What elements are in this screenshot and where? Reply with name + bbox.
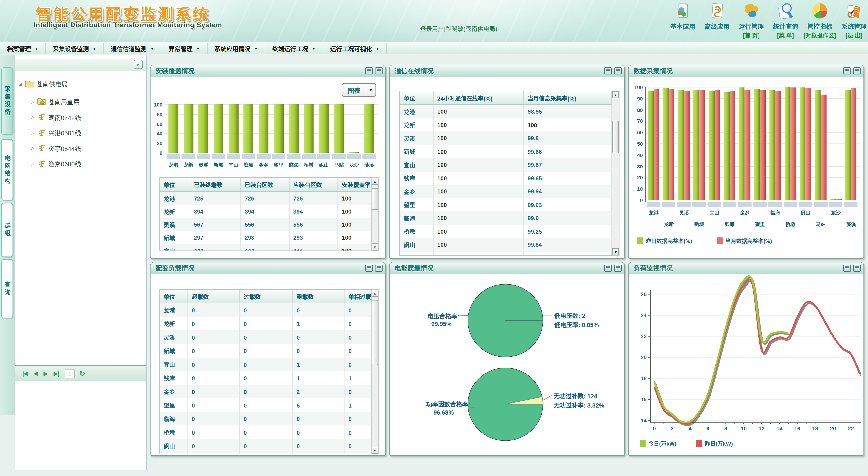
popup-window-icon[interactable] bbox=[853, 67, 861, 74]
stat-query-icon bbox=[776, 2, 795, 21]
advanced-app-icon bbox=[708, 2, 726, 21]
panel-title: 负荷监视情况 bbox=[629, 262, 864, 275]
tree-expander-icon[interactable]: ▷ bbox=[30, 99, 35, 104]
table-row: 新城0000 bbox=[160, 344, 371, 357]
svg-text:22: 22 bbox=[848, 425, 854, 432]
app-shortcut[interactable]: 运行管理[首 页] bbox=[734, 2, 768, 39]
refresh-icon[interactable]: ↻ bbox=[79, 370, 85, 378]
tree-pagination: |◀ ◀ ▶ ▶| 1 ↻ bbox=[15, 365, 146, 381]
app-sub-link[interactable]: [对象操作区] bbox=[804, 31, 836, 39]
vertical-scrollbar[interactable]: ▲▼ bbox=[612, 91, 619, 255]
tree-item[interactable]: ▷苍南局直属 bbox=[30, 95, 80, 108]
menu-item[interactable]: 档案管理▼ bbox=[0, 43, 46, 54]
app-shortcut[interactable]: 管控指标[对象操作区] bbox=[803, 2, 837, 39]
tree-item[interactable]: ◢苍南供电局 bbox=[18, 77, 68, 90]
restore-window-icon[interactable] bbox=[365, 265, 373, 272]
sidebar-tab-3[interactable]: 群组 bbox=[1, 203, 13, 257]
restore-window-icon[interactable] bbox=[604, 265, 612, 272]
restore-window-icon[interactable] bbox=[843, 265, 851, 272]
popup-window-icon[interactable] bbox=[614, 265, 622, 272]
collapse-sidebar-button[interactable]: « bbox=[134, 60, 143, 69]
svg-text:12: 12 bbox=[758, 425, 765, 432]
legend-item: 当月数据完整率(%) bbox=[717, 236, 772, 245]
popup-window-icon[interactable] bbox=[375, 67, 382, 74]
app-sub-link[interactable]: [菜 单] bbox=[777, 31, 794, 39]
sidebar-tab-1[interactable]: 采集设备 bbox=[1, 67, 13, 135]
first-page-button[interactable]: |◀ bbox=[22, 370, 28, 377]
tree-item[interactable]: ▷兴港0501线 bbox=[30, 126, 81, 139]
bar-龙港-0 bbox=[168, 104, 178, 153]
restore-window-icon[interactable] bbox=[365, 67, 373, 74]
tree-item[interactable]: ▷观南0742线 bbox=[30, 111, 81, 124]
menu-item[interactable]: 系统应用情况▼ bbox=[208, 43, 265, 54]
bar-宜山-0 bbox=[709, 91, 714, 200]
comm-online-table: 单位24小时通信在线率(%)当月信息采集率(%)龙港10098.95龙新1001… bbox=[399, 91, 619, 256]
table-row: 临海0000 bbox=[160, 412, 371, 425]
last-page-button[interactable]: ▶| bbox=[54, 370, 59, 377]
svg-text:16: 16 bbox=[794, 425, 800, 432]
app-label[interactable]: 基本应用 bbox=[671, 22, 695, 30]
app-shortcut[interactable]: 系统管理[退 出] bbox=[837, 2, 868, 39]
column-header: 应装台区数 bbox=[289, 178, 338, 191]
tree-item[interactable]: ▷渔寮0600线 bbox=[30, 157, 81, 170]
table-row: 金乡10099.94 bbox=[400, 185, 612, 198]
chevron-down-icon: ▼ bbox=[35, 46, 38, 50]
app-shortcut[interactable]: 高级应用 bbox=[700, 2, 734, 39]
bar-矾山-1 bbox=[806, 88, 811, 200]
menu-item[interactable]: 通信信道监测▼ bbox=[104, 43, 162, 54]
restore-window-icon[interactable] bbox=[843, 67, 851, 74]
popup-window-icon[interactable] bbox=[375, 265, 382, 272]
table-row: 钱库0011 bbox=[160, 371, 371, 385]
menu-bar: 档案管理▼采集设备监测▼通信信道监测▼异常管理▼系统应用情况▼终端运行工况▼运行… bbox=[0, 42, 868, 54]
app-sub-link[interactable]: [首 页] bbox=[743, 31, 760, 39]
panel-title: 电能质量情况 bbox=[390, 262, 624, 275]
app-shortcut[interactable]: 统计查询[菜 单] bbox=[768, 2, 803, 39]
app-label[interactable]: 统计查询 bbox=[773, 22, 798, 30]
column-header: 超载数 bbox=[188, 290, 240, 303]
sidebar: « ◢苍南供电局▷苍南局直属▷观南0742线▷兴港0501线▷炎亭0544线▷渔… bbox=[15, 55, 147, 470]
app-label[interactable]: 运行管理 bbox=[739, 22, 764, 30]
bar-桥墩-1 bbox=[790, 88, 796, 200]
chevron-down-icon: ▼ bbox=[196, 46, 200, 50]
bar-钱库-1 bbox=[730, 91, 736, 200]
menu-item[interactable]: 采集设备监测▼ bbox=[46, 43, 103, 54]
menu-item[interactable]: 终端运行工况▼ bbox=[266, 43, 323, 54]
sidebar-tab-2[interactable]: 电网结构 bbox=[1, 139, 13, 200]
chevron-down-icon: ▼ bbox=[151, 46, 154, 50]
app-sub-link[interactable]: [退 出] bbox=[845, 31, 862, 39]
tree-expander-icon[interactable]: ▷ bbox=[30, 130, 35, 135]
svg-text:14: 14 bbox=[641, 417, 647, 423]
panel-window-buttons bbox=[602, 67, 622, 74]
column-header: 单位 bbox=[400, 91, 433, 104]
prev-page-button[interactable]: ◀ bbox=[33, 370, 37, 377]
restore-window-icon[interactable] bbox=[604, 67, 612, 74]
app-label[interactable]: 管控指标 bbox=[807, 22, 832, 30]
sidebar-tab-4[interactable]: 查询 bbox=[1, 259, 13, 318]
page-number-input[interactable]: 1 bbox=[65, 369, 75, 378]
menu-item[interactable]: 运行工况可视化▼ bbox=[323, 43, 387, 54]
bar-望里-0 bbox=[274, 104, 284, 153]
tree-expander-icon[interactable]: ▷ bbox=[30, 161, 35, 166]
tree-item[interactable]: ▷炎亭0544线 bbox=[30, 141, 81, 155]
table-row: 矾山10099.84 bbox=[400, 238, 612, 251]
sidebar-toolbar: « bbox=[15, 59, 146, 71]
popup-window-icon[interactable] bbox=[614, 67, 622, 74]
menu-item[interactable]: 异常管理▼ bbox=[162, 43, 208, 54]
bar-宜山-0 bbox=[228, 104, 238, 153]
app-label[interactable]: 高级应用 bbox=[705, 22, 730, 30]
vertical-scrollbar[interactable]: ▲▼ bbox=[371, 178, 378, 251]
vertical-scrollbar[interactable]: ▲▼ bbox=[371, 290, 378, 454]
tree-expander-icon[interactable]: ▷ bbox=[30, 146, 35, 151]
bar-马站-0 bbox=[334, 104, 344, 153]
bar-新城-0 bbox=[214, 104, 223, 153]
pie-label: 无功过补数: 124 bbox=[554, 391, 597, 400]
svg-text:24: 24 bbox=[641, 312, 647, 318]
next-page-button[interactable]: ▶ bbox=[43, 370, 48, 377]
panel-power-quality: 电能质量情况 电压合格率:99.95%低电压数: 2低电压率: 0.05%功率因… bbox=[389, 262, 625, 456]
app-shortcut[interactable]: 基本应用 bbox=[666, 2, 700, 39]
popup-window-icon[interactable] bbox=[853, 265, 861, 272]
app-label[interactable]: 系统管理 bbox=[842, 22, 867, 30]
tree-expander-icon[interactable]: ◢ bbox=[18, 81, 23, 86]
tree-expander-icon[interactable]: ▷ bbox=[30, 115, 35, 120]
bar-矾山-0 bbox=[319, 104, 329, 153]
